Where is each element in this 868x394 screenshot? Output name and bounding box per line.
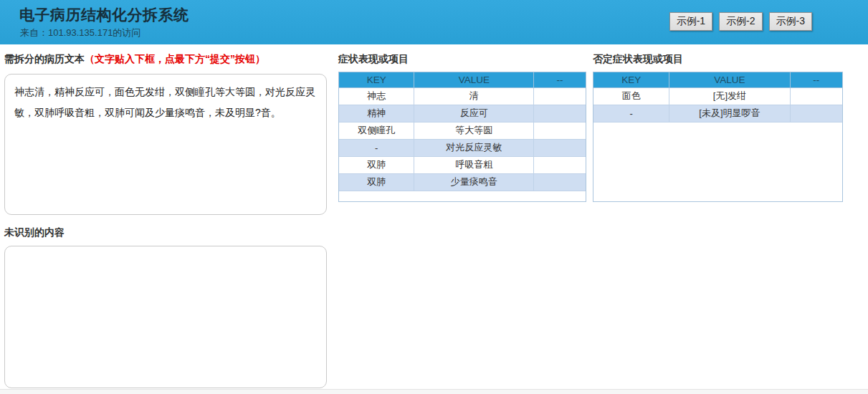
negative-symptoms-table-container: KEY VALUE -- 面色[无]发绀-[未及]明显啰音 bbox=[593, 72, 843, 202]
cell-key: - bbox=[339, 139, 414, 156]
negative-symptoms-table-header-row: KEY VALUE -- bbox=[593, 72, 842, 87]
example-2-button[interactable]: 示例-2 bbox=[719, 12, 762, 31]
negative-symptoms-section-heading: 否定症状表现或项目 bbox=[593, 53, 683, 66]
cell-key: 精神 bbox=[339, 105, 414, 122]
cell-value: 等大等圆 bbox=[414, 122, 534, 139]
column-header-extra: -- bbox=[534, 72, 586, 87]
symptoms-table-container: KEY VALUE -- 神志清精神反应可双侧瞳孔等大等圆-对光反应灵敏双肺呼吸… bbox=[338, 72, 586, 202]
table-row: -对光反应灵敏 bbox=[339, 139, 586, 156]
unrecognized-content-textarea[interactable] bbox=[4, 246, 327, 388]
cell-value: [无]发绀 bbox=[669, 87, 790, 105]
column-header-value: VALUE bbox=[669, 72, 790, 87]
column-header-key: KEY bbox=[593, 72, 669, 87]
cell-value: 呼吸音粗 bbox=[414, 156, 534, 173]
cell-value: 清 bbox=[414, 87, 534, 105]
symptoms-table: KEY VALUE -- 神志清精神反应可双侧瞳孔等大等圆-对光反应灵敏双肺呼吸… bbox=[339, 72, 586, 191]
medical-record-input[interactable]: 神志清，精神反应可，面色无发绀，双侧瞳孔等大等圆，对光反应灵敏，双肺呼吸音粗，双… bbox=[4, 74, 327, 215]
cell-key: 面色 bbox=[593, 87, 669, 105]
example-button-group: 示例-1 示例-2 示例-3 bbox=[669, 12, 812, 31]
cell-value: 少量痰鸣音 bbox=[414, 173, 534, 191]
column-header-extra: -- bbox=[790, 72, 842, 87]
cell-extra bbox=[534, 173, 586, 191]
cell-key: 神志 bbox=[339, 87, 414, 105]
visitor-ip-text: 来自：101.93.135.171的访问 bbox=[20, 27, 140, 39]
cell-key: - bbox=[593, 105, 669, 122]
table-row: 双肺呼吸音粗 bbox=[339, 156, 586, 173]
negative-symptoms-table: KEY VALUE -- 面色[无]发绀-[未及]明显啰音 bbox=[593, 72, 842, 122]
cell-extra bbox=[534, 105, 586, 122]
cell-key: 双侧瞳孔 bbox=[339, 122, 414, 139]
cell-value: 反应可 bbox=[414, 105, 534, 122]
app-header: 电子病历结构化分拆系统 来自：101.93.135.171的访问 示例-1 示例… bbox=[0, 0, 868, 44]
cell-extra bbox=[534, 139, 586, 156]
page: 电子病历结构化分拆系统 来自：101.93.135.171的访问 示例-1 示例… bbox=[0, 0, 868, 394]
unrecognized-section-heading: 未识别的内容 bbox=[4, 226, 65, 239]
cell-extra bbox=[534, 156, 586, 173]
cell-value: [未及]明显啰音 bbox=[669, 105, 790, 122]
cell-extra bbox=[534, 122, 586, 139]
input-heading-hint: （文字贴入下框，点最下方“提交”按钮） bbox=[85, 53, 265, 64]
bottom-divider bbox=[0, 389, 868, 394]
column-header-key: KEY bbox=[339, 72, 414, 87]
input-section-heading: 需拆分的病历文本（文字贴入下框，点最下方“提交”按钮） bbox=[4, 53, 265, 66]
table-row: -[未及]明显啰音 bbox=[593, 105, 842, 122]
table-row: 精神反应可 bbox=[339, 105, 586, 122]
symptoms-section-heading: 症状表现或项目 bbox=[338, 53, 409, 66]
page-title: 电子病历结构化分拆系统 bbox=[19, 5, 189, 25]
cell-extra bbox=[790, 87, 842, 105]
cell-extra bbox=[790, 105, 842, 122]
table-row: 面色[无]发绀 bbox=[593, 87, 842, 105]
column-header-value: VALUE bbox=[414, 72, 534, 87]
cell-extra bbox=[534, 87, 586, 105]
input-heading-label: 需拆分的病历文本 bbox=[4, 53, 85, 64]
symptoms-table-header-row: KEY VALUE -- bbox=[339, 72, 586, 87]
example-1-button[interactable]: 示例-1 bbox=[669, 12, 712, 31]
table-row: 神志清 bbox=[339, 87, 586, 105]
example-3-button[interactable]: 示例-3 bbox=[769, 12, 812, 31]
table-row: 双侧瞳孔等大等圆 bbox=[339, 122, 586, 139]
cell-value: 对光反应灵敏 bbox=[414, 139, 534, 156]
table-row: 双肺少量痰鸣音 bbox=[339, 173, 586, 191]
cell-key: 双肺 bbox=[339, 156, 414, 173]
cell-key: 双肺 bbox=[339, 173, 414, 191]
